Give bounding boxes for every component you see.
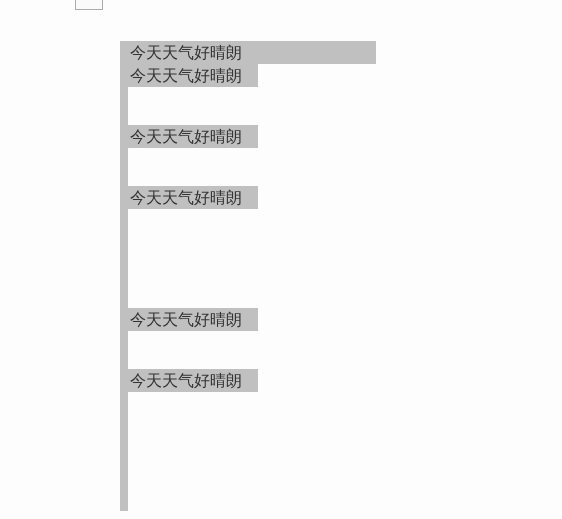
- list-item: 今天天气好晴朗: [128, 64, 258, 87]
- input-remnant-box: [75, 0, 103, 10]
- list-item: 今天天气好晴朗: [128, 41, 376, 64]
- vertical-selection-bar: [120, 41, 128, 511]
- list-item-text: 今天天气好晴朗: [130, 189, 242, 206]
- list-item-text: 今天天气好晴朗: [130, 67, 242, 84]
- list-item-text: 今天天气好晴朗: [130, 128, 242, 145]
- list-item: 今天天气好晴朗: [128, 369, 258, 392]
- list-item: 今天天气好晴朗: [128, 308, 258, 331]
- list-item-text: 今天天气好晴朗: [130, 372, 242, 389]
- list-item-text: 今天天气好晴朗: [130, 311, 242, 328]
- list-item: 今天天气好晴朗: [128, 125, 258, 148]
- list-item-text: 今天天气好晴朗: [130, 44, 242, 61]
- list-item: 今天天气好晴朗: [128, 186, 258, 209]
